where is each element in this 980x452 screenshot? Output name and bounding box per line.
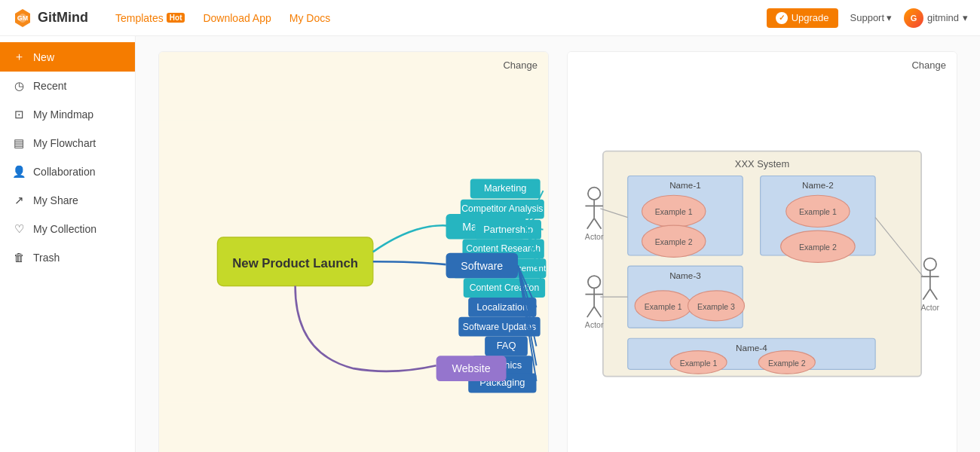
header-right: Upgrade Support ▾ G gitmind ▾ — [767, 8, 968, 28]
user-menu[interactable]: G gitmind ▾ — [904, 8, 968, 28]
svg-text:Example 1: Example 1 — [680, 359, 718, 368]
flowchart-icon: ▤ — [12, 136, 26, 150]
svg-text:Software Updates: Software Updates — [463, 322, 536, 332]
mindmap-icon: ⊡ — [12, 108, 26, 121]
user-avatar: G — [904, 8, 923, 28]
sidebar-item-recent[interactable]: ◷ Recent — [0, 72, 135, 100]
sidebar-item-my-flowchart[interactable]: ▤ My Flowchart — [0, 129, 135, 157]
svg-text:Example 2: Example 2 — [768, 359, 806, 368]
svg-text:Localization: Localization — [476, 301, 528, 313]
nav-download-app[interactable]: Download App — [203, 12, 271, 24]
svg-text:Example 1: Example 1 — [799, 207, 837, 216]
nav-templates[interactable]: Templates Hot — [115, 12, 185, 24]
svg-text:Website: Website — [452, 362, 491, 374]
flowchart-change-link[interactable]: Change — [911, 60, 946, 71]
logo: GM GitMind — [12, 8, 88, 29]
svg-text:Actor: Actor — [585, 320, 604, 329]
share-icon: ↗ — [12, 194, 26, 207]
sidebar: ＋ New ◷ Recent ⊡ My Mindmap ▤ My Flowcha… — [0, 36, 136, 452]
sidebar-item-trash[interactable]: 🗑 Trash — [0, 243, 135, 271]
mindmap-card: Change New Product Launch Marketing — [158, 51, 549, 452]
svg-text:Software: Software — [461, 260, 503, 272]
sidebar-item-my-share[interactable]: ↗ My Share — [0, 186, 135, 215]
svg-text:Actor: Actor — [921, 303, 940, 312]
svg-text:Example 2: Example 2 — [799, 243, 837, 252]
logo-text: GitMind — [38, 10, 88, 26]
svg-text:Name-4: Name-4 — [736, 343, 767, 353]
svg-text:Partnership: Partnership — [483, 224, 533, 235]
svg-text:Name-2: Name-2 — [802, 180, 834, 190]
svg-text:FAQ: FAQ — [497, 340, 516, 351]
mindmap-change-link[interactable]: Change — [503, 60, 537, 71]
svg-text:Name-1: Name-1 — [669, 180, 701, 190]
sidebar-item-my-collection[interactable]: ♡ My Collection — [0, 215, 135, 243]
flowchart-card: Change XXX System Name-1 Example 1 Examp… — [567, 51, 957, 452]
svg-text:Marketing: Marketing — [484, 182, 527, 194]
upgrade-button[interactable]: Upgrade — [767, 8, 838, 28]
gitmind-logo-icon: GM — [12, 8, 33, 29]
main-content: Change New Product Launch Marketing — [136, 36, 980, 452]
svg-text:GM: GM — [17, 14, 29, 22]
header: GM GitMind Templates Hot Download App My… — [0, 0, 980, 36]
clock-icon: ◷ — [12, 79, 26, 93]
sidebar-item-collaboration[interactable]: 👤 Collaboration — [0, 157, 135, 186]
mindmap-svg: New Product Launch Marketing Marketing C… — [159, 52, 548, 452]
svg-text:Example 1: Example 1 — [655, 207, 693, 216]
layout: ＋ New ◷ Recent ⊡ My Mindmap ▤ My Flowcha… — [0, 36, 980, 452]
sidebar-item-new[interactable]: ＋ New — [0, 42, 135, 72]
svg-text:Competitor Analysis: Competitor Analysis — [461, 203, 543, 214]
svg-text:Actor: Actor — [585, 232, 604, 241]
svg-text:Name-3: Name-3 — [669, 270, 701, 280]
support-link[interactable]: Support ▾ — [850, 12, 893, 23]
svg-text:XXX System: XXX System — [735, 158, 789, 170]
nav-my-docs[interactable]: My Docs — [289, 12, 330, 24]
trash-icon: 🗑 — [12, 251, 26, 264]
sidebar-item-my-mindmap[interactable]: ⊡ My Mindmap — [0, 100, 135, 129]
chevron-down-icon: ▾ — [887, 12, 892, 23]
mindmap-preview: Change New Product Launch Marketing — [159, 52, 548, 452]
upgrade-icon — [776, 12, 788, 24]
flowchart-preview: Change XXX System Name-1 Example 1 Examp… — [568, 52, 957, 452]
hot-badge: Hot — [167, 13, 185, 23]
flowchart-svg: XXX System Name-1 Example 1 Example 2 Na… — [568, 52, 957, 452]
cards-row: Change New Product Launch Marketing — [158, 51, 957, 452]
svg-text:Example 1: Example 1 — [645, 302, 682, 311]
svg-text:Example 3: Example 3 — [697, 302, 735, 311]
collaboration-icon: 👤 — [12, 165, 26, 179]
heart-icon: ♡ — [12, 222, 26, 236]
new-icon: ＋ — [12, 50, 26, 64]
svg-text:Example 2: Example 2 — [655, 237, 693, 246]
svg-text:Content Research: Content Research — [466, 243, 541, 254]
svg-text:New Product Launch: New Product Launch — [232, 256, 358, 270]
user-chevron-icon: ▾ — [963, 12, 968, 23]
